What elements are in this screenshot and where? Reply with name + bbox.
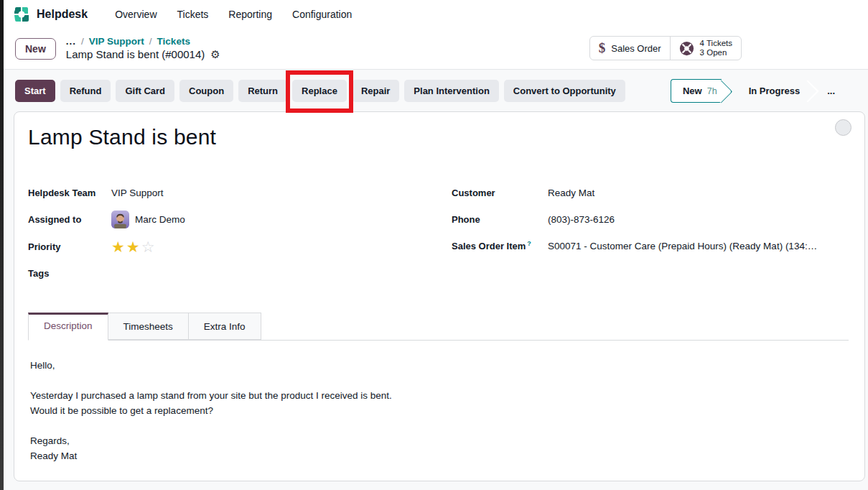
nav-item-overview[interactable]: Overview <box>105 3 167 26</box>
plan-intervention-button[interactable]: Plan Intervention <box>404 80 498 102</box>
control-panel: New ... / VIP Support / Tickets Lamp Sta… <box>4 29 868 69</box>
stage-statusbar: New 7h In Progress ... <box>671 79 846 103</box>
breadcrumb-separator: / <box>81 36 84 47</box>
gift-card-button[interactable]: Gift Card <box>116 80 174 102</box>
description-line: Ready Mat <box>30 448 847 463</box>
nav-item-reporting[interactable]: Reporting <box>218 3 282 26</box>
tickets-open: 3 Open <box>700 48 732 57</box>
convert-to-opportunity-button[interactable]: Convert to Opportunity <box>504 80 625 102</box>
description-line: Yesterday I purchased a lamp stand from … <box>30 388 847 403</box>
breadcrumb-current: Lamp Stand is bent (#00014) <box>66 48 205 60</box>
tab-extra-info[interactable]: Extra Info <box>189 313 261 340</box>
helpdesk-team-value[interactable]: VIP Support <box>111 188 164 198</box>
field-label: Tags <box>28 268 111 279</box>
breadcrumb-ellipsis[interactable]: ... <box>66 36 76 47</box>
new-button[interactable]: New <box>15 38 56 60</box>
app-root: Helpdesk Overview Tickets Reporting Conf… <box>4 0 868 481</box>
priority-stars[interactable]: ★★☆ <box>111 239 156 254</box>
window-edge-strip <box>0 0 4 490</box>
customer-value[interactable]: Ready Mat <box>548 188 594 198</box>
nav-item-configuration[interactable]: Configuration <box>282 3 362 26</box>
avatar <box>111 211 129 228</box>
top-nav: Helpdesk Overview Tickets Reporting Conf… <box>4 0 868 29</box>
field-label: Phone <box>452 214 548 225</box>
field-sales-order-item: Sales Order Item? S00071 - Customer Care… <box>452 237 849 254</box>
replace-button[interactable]: Replace <box>292 80 347 102</box>
field-phone: Phone (803)-873-6126 <box>452 211 849 228</box>
breadcrumb-link-tickets[interactable]: Tickets <box>157 36 190 47</box>
sales-order-stat-button[interactable]: $ Sales Order <box>590 37 670 60</box>
description-line: Hello, <box>30 358 847 373</box>
description-line: Regards, <box>30 433 847 448</box>
ticket-title[interactable]: Lamp Stand is bent <box>28 125 849 149</box>
field-label: Priority <box>28 241 111 252</box>
kanban-state-circle[interactable] <box>835 119 851 136</box>
nav-item-tickets[interactable]: Tickets <box>167 3 219 26</box>
star-filled-icon[interactable]: ★ <box>126 239 141 255</box>
action-bar: Start Refund Gift Card Coupon Return Rep… <box>4 69 868 111</box>
app-brand[interactable]: Helpdesk <box>13 6 88 23</box>
description-content[interactable]: Hello, Yesterday I purchased a lamp stan… <box>28 341 849 463</box>
help-tooltip-icon[interactable]: ? <box>527 240 531 247</box>
stat-button-group: $ Sales Order 4 Tickets 3 Open <box>589 36 742 60</box>
tab-description[interactable]: Description <box>28 313 108 341</box>
tickets-count: 4 Tickets <box>700 39 732 48</box>
refund-button[interactable]: Refund <box>60 80 111 102</box>
return-button[interactable]: Return <box>238 80 287 102</box>
sheet-area: Lamp Stand is bent Helpdesk Team VIP Sup… <box>4 111 868 481</box>
stage-new[interactable]: New 7h <box>671 79 722 103</box>
ticket-form-sheet: Lamp Stand is bent Helpdesk Team VIP Sup… <box>14 111 865 481</box>
life-ring-icon <box>679 41 694 56</box>
fields-right-column: Customer Ready Mat Phone (803)-873-6126 … <box>452 184 849 291</box>
tab-timesheets[interactable]: Timesheets <box>108 313 189 340</box>
repair-button[interactable]: Repair <box>352 80 399 102</box>
star-filled-icon[interactable]: ★ <box>111 239 126 255</box>
start-button[interactable]: Start <box>15 80 55 102</box>
description-line: Would it be possible to get a replacemen… <box>30 403 847 418</box>
field-label: Assigned to <box>28 214 111 225</box>
field-tags: Tags <box>28 264 426 282</box>
tickets-stat-button[interactable]: 4 Tickets 3 Open <box>670 37 741 60</box>
breadcrumb-separator: / <box>149 36 152 47</box>
stage-in-progress[interactable]: In Progress <box>737 79 812 103</box>
phone-value[interactable]: (803)-873-6126 <box>548 214 615 225</box>
breadcrumb-link-vip-support[interactable]: VIP Support <box>89 36 144 47</box>
field-label: Helpdesk Team <box>28 188 111 198</box>
sales-order-label: Sales Order <box>611 43 661 54</box>
sales-order-item-value[interactable]: S00071 - Customer Care (Prepaid Hours) (… <box>548 241 817 251</box>
stage-duration-badge: 7h <box>707 86 717 96</box>
field-assigned-to: Assigned to <box>28 211 426 228</box>
star-empty-icon[interactable]: ☆ <box>141 239 157 255</box>
field-grid: Helpdesk Team VIP Support Assigned to <box>28 184 849 291</box>
fields-left-column: Helpdesk Team VIP Support Assigned to <box>28 184 426 291</box>
field-priority: Priority ★★☆ <box>28 238 426 255</box>
breadcrumb: ... / VIP Support / Tickets Lamp Stand i… <box>66 36 220 60</box>
description-line <box>30 418 847 433</box>
field-label: Sales Order Item? <box>452 240 548 251</box>
coupon-button[interactable]: Coupon <box>179 80 233 102</box>
field-label: Customer <box>452 188 548 198</box>
app-name[interactable]: Helpdesk <box>37 8 88 21</box>
helpdesk-logo-icon <box>13 6 30 23</box>
stage-more[interactable]: ... <box>816 79 846 103</box>
gear-icon[interactable]: ⚙ <box>210 49 220 60</box>
field-helpdesk-team: Helpdesk Team VIP Support <box>28 184 426 201</box>
dollar-icon: $ <box>599 40 606 56</box>
description-line <box>30 373 847 388</box>
notebook-tabs: Description Timesheets Extra Info <box>28 313 849 341</box>
assigned-to-value[interactable]: Marc Demo <box>135 214 185 225</box>
field-customer: Customer Ready Mat <box>452 184 849 201</box>
